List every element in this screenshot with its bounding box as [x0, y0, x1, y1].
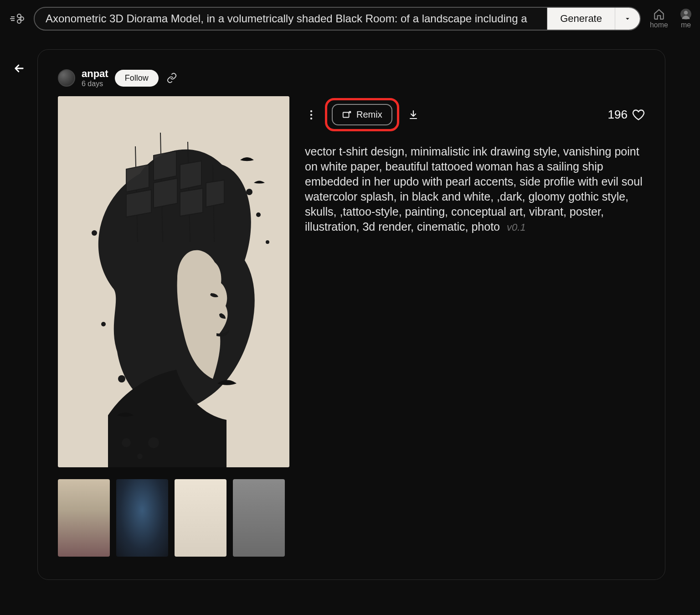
- prompt-search-group: Generate: [34, 7, 641, 31]
- thumbnail-strip: [58, 479, 289, 557]
- svg-point-14: [148, 437, 159, 448]
- svg-point-11: [246, 189, 252, 195]
- author-name[interactable]: anpat: [82, 68, 108, 80]
- post-time: 6 days: [82, 80, 108, 88]
- like-count: 196: [608, 108, 628, 122]
- remix-highlight: Remix: [325, 98, 399, 131]
- kebab-icon: [310, 109, 313, 120]
- nav-home[interactable]: home: [650, 8, 668, 29]
- prompt-text: vector t-shirt design, minimalistic ink …: [305, 144, 645, 234]
- svg-point-8: [118, 375, 125, 382]
- thumbnail-2[interactable]: [116, 479, 168, 557]
- svg-point-13: [137, 454, 143, 459]
- download-button[interactable]: [407, 109, 420, 120]
- svg-point-9: [256, 212, 261, 217]
- svg-point-15: [310, 110, 312, 112]
- nav-home-label: home: [650, 21, 668, 29]
- copy-link-button[interactable]: [165, 71, 179, 85]
- download-icon: [408, 109, 419, 120]
- svg-point-7: [101, 322, 106, 326]
- heart-icon: [632, 109, 645, 121]
- svg-point-16: [310, 114, 312, 115]
- brand-logo[interactable]: [8, 10, 25, 27]
- post-card: anpat 6 days Follow: [37, 49, 665, 580]
- version-tag: v0.1: [507, 222, 526, 233]
- link-icon: [166, 72, 177, 83]
- author-avatar[interactable]: [58, 69, 75, 87]
- generate-dropdown[interactable]: [615, 8, 640, 30]
- remix-button[interactable]: Remix: [332, 104, 392, 125]
- remix-icon: [342, 110, 352, 120]
- more-options-button[interactable]: [305, 109, 318, 120]
- thumbnail-1[interactable]: [58, 479, 110, 557]
- chevron-down-icon: [623, 15, 632, 23]
- avatar-icon: [680, 8, 692, 20]
- prompt-input[interactable]: [35, 8, 547, 30]
- arrow-left-icon: [13, 62, 26, 75]
- svg-point-12: [122, 438, 131, 447]
- nav-me-label: me: [681, 21, 691, 29]
- svg-rect-18: [343, 112, 349, 117]
- remix-label: Remix: [356, 109, 382, 120]
- generate-button[interactable]: Generate: [547, 8, 615, 30]
- svg-point-6: [92, 230, 97, 236]
- thumbnail-3[interactable]: [175, 479, 226, 557]
- like-count-group[interactable]: 196: [608, 108, 645, 122]
- thumbnail-4[interactable]: [233, 479, 285, 557]
- home-icon: [653, 8, 665, 20]
- main-image[interactable]: [58, 96, 289, 467]
- svg-point-4: [684, 10, 688, 15]
- svg-point-17: [310, 117, 312, 119]
- nav-me[interactable]: me: [680, 8, 692, 29]
- svg-point-10: [266, 240, 269, 244]
- artwork-preview: [58, 96, 289, 467]
- back-button[interactable]: [10, 59, 28, 78]
- follow-button[interactable]: Follow: [115, 70, 159, 87]
